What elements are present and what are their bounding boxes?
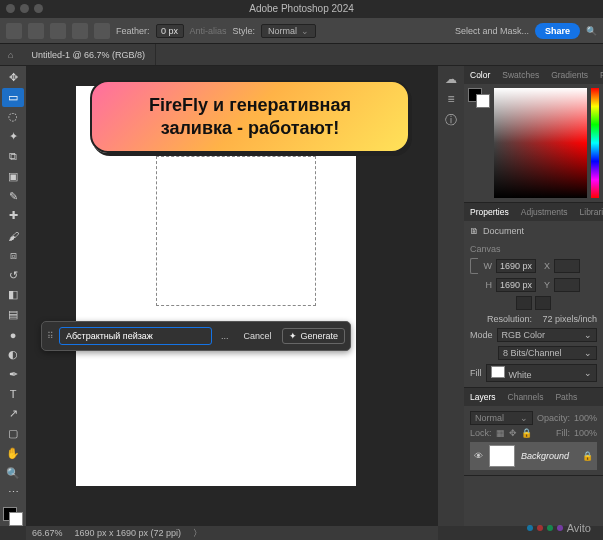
height-input[interactable] — [496, 278, 536, 292]
avito-label: Avito — [567, 522, 591, 534]
lock-pixels-icon[interactable]: ▦ — [496, 428, 505, 438]
lock-all-icon[interactable]: 🔒 — [521, 428, 532, 438]
layers-panel: Layers Channels Paths Normal⌄ Opacity:10… — [464, 388, 603, 476]
x-input[interactable] — [554, 259, 580, 273]
lasso-tool[interactable]: ◌ — [2, 108, 24, 127]
width-input[interactable] — [496, 259, 536, 273]
orient-landscape-icon[interactable] — [535, 296, 551, 310]
generative-fill-bar: ⠿ Абстрактный пейзаж ... Cancel ✦ Genera… — [41, 321, 351, 351]
properties-panel: Properties Adjustments Libraries 🗎Docume… — [464, 203, 603, 388]
info-icon[interactable]: ⓘ — [445, 112, 457, 129]
gradient-tool[interactable]: ▤ — [2, 305, 24, 324]
lock-position-icon[interactable]: ✥ — [509, 428, 517, 438]
status-zoom[interactable]: 66.67% — [32, 528, 63, 538]
wand-tool[interactable]: ✦ — [2, 127, 24, 146]
search-icon[interactable]: 🔍 — [586, 26, 597, 36]
tab-channels[interactable]: Channels — [502, 388, 550, 406]
mode-select[interactable]: RGB Color⌄ — [497, 328, 597, 342]
fg-bg-swatch[interactable] — [3, 507, 23, 526]
hand-tool[interactable]: ✋ — [2, 444, 24, 463]
tab-layers[interactable]: Layers — [464, 388, 502, 406]
doc-section-label: Document — [483, 226, 524, 236]
eraser-tool[interactable]: ◧ — [2, 286, 24, 305]
tab-properties[interactable]: Properties — [464, 203, 515, 221]
antialias-checkbox-label: Anti-alias — [190, 26, 227, 36]
feather-label: Feather: — [116, 26, 150, 36]
cc-libs-icon[interactable]: ☁ — [445, 72, 457, 86]
type-tool[interactable]: T — [2, 385, 24, 404]
y-input[interactable] — [554, 278, 580, 292]
marquee-mode-new-icon[interactable] — [28, 23, 44, 39]
marquee-mode-add-icon[interactable] — [50, 23, 66, 39]
lock-label: Lock: — [470, 428, 492, 438]
path-tool[interactable]: ↗ — [2, 404, 24, 423]
status-more-icon[interactable]: 〉 — [193, 527, 202, 540]
genfill-cancel-button[interactable]: Cancel — [237, 328, 277, 344]
status-dims: 1690 px x 1690 px (72 ppi) — [75, 528, 182, 538]
generate-label: Generate — [300, 331, 338, 341]
heal-tool[interactable]: ✚ — [2, 206, 24, 225]
visibility-icon[interactable]: 👁 — [474, 451, 483, 461]
fill-label: Fill — [470, 368, 482, 378]
opacity-label: Opacity: — [537, 413, 570, 423]
orient-portrait-icon[interactable] — [516, 296, 532, 310]
lock-icon[interactable]: 🔒 — [582, 451, 593, 461]
layer-fill-value[interactable]: 100% — [574, 428, 597, 438]
style-select[interactable]: Normal — [261, 24, 316, 38]
options-bar: Feather: 0 px Anti-alias Style: Normal S… — [0, 18, 603, 44]
tab-paths[interactable]: Paths — [549, 388, 583, 406]
tab-color[interactable]: Color — [464, 66, 496, 84]
home-icon[interactable]: ⌂ — [0, 50, 21, 60]
feather-input[interactable]: 0 px — [156, 24, 184, 38]
bits-select[interactable]: 8 Bits/Channel⌄ — [498, 346, 597, 360]
genbar-handle-icon[interactable]: ⠿ — [47, 331, 54, 341]
layer-row-background[interactable]: 👁 Background 🔒 — [470, 442, 597, 470]
eyedropper-tool[interactable]: ✎ — [2, 187, 24, 206]
color-panel: Color Swatches Gradients Patterns — [464, 66, 603, 203]
tab-libraries[interactable]: Libraries — [574, 203, 603, 221]
stamp-tool[interactable]: ⧇ — [2, 246, 24, 265]
document-tab[interactable]: Untitled-1 @ 66.7% (RGB/8) — [21, 44, 156, 65]
blend-mode-select[interactable]: Normal⌄ — [470, 411, 533, 425]
generate-icon: ✦ — [289, 331, 297, 341]
marquee-mode-intersect-icon[interactable] — [94, 23, 110, 39]
tab-swatches[interactable]: Swatches — [496, 66, 545, 84]
fill-select[interactable]: White⌄ — [486, 364, 598, 382]
style-label: Style: — [233, 26, 256, 36]
tab-adjustments[interactable]: Adjustments — [515, 203, 574, 221]
marquee-mode-sub-icon[interactable] — [72, 23, 88, 39]
zoom-tool[interactable]: 🔍 — [2, 464, 24, 483]
history-brush-tool[interactable]: ↺ — [2, 266, 24, 285]
genfill-prompt-input[interactable]: Абстрактный пейзаж — [59, 327, 212, 345]
hue-slider[interactable] — [591, 88, 599, 198]
frame-tool[interactable]: ▣ — [2, 167, 24, 186]
marquee-tool[interactable]: ▭ — [2, 88, 24, 107]
history-icon[interactable]: ≡ — [447, 92, 454, 106]
resolution-label: Resolution: — [487, 314, 532, 324]
brush-tool[interactable]: 🖌 — [2, 226, 24, 245]
genfill-more-button[interactable]: ... — [217, 331, 233, 341]
layer-thumb — [489, 445, 515, 467]
more-tools[interactable]: ⋯ — [2, 483, 24, 502]
color-fgbg-swatch[interactable] — [468, 88, 490, 108]
color-field[interactable] — [494, 88, 587, 198]
blur-tool[interactable]: ● — [2, 325, 24, 344]
move-tool[interactable]: ✥ — [2, 68, 24, 87]
select-and-mask-button[interactable]: Select and Mask... — [455, 26, 529, 36]
document-icon: 🗎 — [470, 226, 479, 236]
pen-tool[interactable]: ✒ — [2, 365, 24, 384]
dodge-tool[interactable]: ◐ — [2, 345, 24, 364]
genfill-generate-button[interactable]: ✦ Generate — [282, 328, 345, 344]
link-wh-icon[interactable] — [470, 258, 478, 274]
share-button[interactable]: Share — [535, 23, 580, 39]
shape-tool[interactable]: ▢ — [2, 424, 24, 443]
crop-tool[interactable]: ⧉ — [2, 147, 24, 166]
document-tab-label: Untitled-1 @ 66.7% (RGB/8) — [31, 50, 145, 60]
tab-patterns[interactable]: Patterns — [594, 66, 603, 84]
status-bar: 66.67% 1690 px x 1690 px (72 ppi) 〉 — [26, 526, 438, 540]
tool-preset-icon[interactable] — [6, 23, 22, 39]
document-tab-bar: ⌂ Untitled-1 @ 66.7% (RGB/8) — [0, 44, 603, 66]
mac-window-controls[interactable] — [6, 4, 43, 13]
opacity-value[interactable]: 100% — [574, 413, 597, 423]
tab-gradients[interactable]: Gradients — [545, 66, 594, 84]
